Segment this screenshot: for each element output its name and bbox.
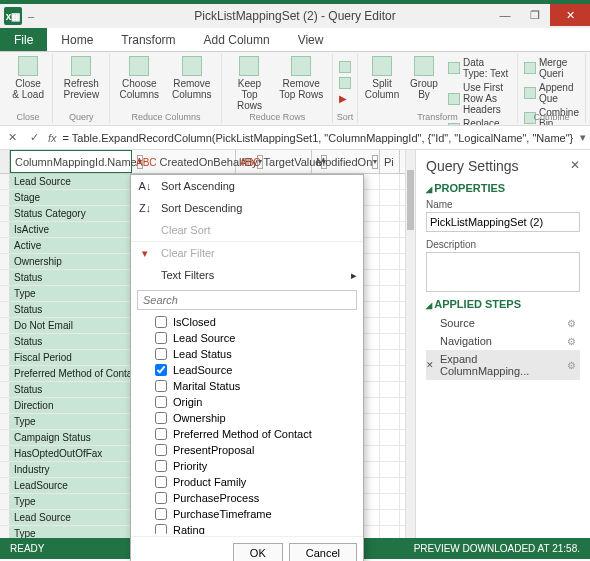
choose-columns-button[interactable]: Choose Columns [114,54,164,102]
formula-input[interactable] [63,132,574,144]
sort-desc-item[interactable]: Z↓Sort Descending [131,197,363,219]
name-input[interactable] [426,212,580,232]
filter-checkbox-item[interactable]: Ownership [137,410,357,426]
formula-cancel-icon[interactable]: ✕ [4,131,20,144]
firstrow-button[interactable]: Use First Row As Headers [446,81,513,116]
checkbox-input[interactable] [155,508,167,520]
tab-home[interactable]: Home [47,28,107,51]
applied-step[interactable]: Navigation⚙ [426,332,580,350]
applied-step[interactable]: Source⚙ [426,314,580,332]
formula-dropdown-icon[interactable]: ▾ [580,131,586,144]
cell: Stage [10,190,132,205]
col-header-3[interactable]: ABCTargetValue▾ [236,150,312,173]
filter-checkbox-item[interactable]: PurchaseProcess [137,490,357,506]
cell: Type [10,286,132,301]
tab-add-column[interactable]: Add Column [190,28,284,51]
gear-icon[interactable]: ⚙ [567,336,576,347]
cell: Direction [10,398,132,413]
cell: Ownership [10,254,132,269]
filter-checkbox-item[interactable]: Lead Source [137,330,357,346]
merge-button[interactable]: Merge Queri [522,56,581,80]
filter-checkbox-item[interactable]: Rating [137,522,357,534]
filter-checkbox-item[interactable]: Product Family [137,474,357,490]
cell: Status [10,334,132,349]
settings-title: Query Settings [426,158,519,174]
tab-view[interactable]: View [284,28,338,51]
desc-input[interactable] [426,252,580,292]
checkbox-input[interactable] [155,428,167,440]
append-button[interactable]: Append Que [522,81,581,105]
cell: Do Not Email [10,318,132,333]
cell: Preferred Method of Contact [10,366,132,381]
col-header-1[interactable]: ColumnMappingId.Name▾ [10,150,132,173]
checkbox-input[interactable] [155,332,167,344]
sort-asc-item[interactable]: A↓Sort Ascending [131,175,363,197]
sort-more-button[interactable]: ▶ [337,92,353,105]
minimize-button[interactable]: — [490,4,520,26]
checkbox-input[interactable] [155,444,167,456]
maximize-button[interactable]: ❐ [520,4,550,26]
applied-step[interactable]: Expand ColumnMapping...⚙ [426,350,580,380]
filter-checkbox-item[interactable]: Origin [137,394,357,410]
filter-checkbox-item[interactable]: PurchaseTimeframe [137,506,357,522]
cell: HasOptedOutOfFax [10,446,132,461]
checkbox-input[interactable] [155,412,167,424]
sort-asc-button[interactable] [337,60,353,74]
cell: Active [10,238,132,253]
filter-checkbox-item[interactable]: Lead Status [137,346,357,362]
close-button[interactable]: ✕ [550,4,590,26]
checkbox-input[interactable] [155,364,167,376]
close-load-button[interactable]: Close & Load [8,54,48,102]
filter-checkbox-item[interactable]: LeadSource [137,362,357,378]
tab-file[interactable]: File [0,28,47,51]
text-filters-item[interactable]: Text Filters▸ [131,264,363,286]
cell: Type [10,414,132,429]
formula-check-icon[interactable]: ✓ [26,131,42,144]
cell: IsActive [10,222,132,237]
filter-checkbox-item[interactable]: Preferred Method of Contact [137,426,357,442]
ok-button[interactable]: OK [233,543,283,561]
checkbox-input[interactable] [155,476,167,488]
checkbox-input[interactable] [155,460,167,472]
filter-checkbox-item[interactable]: Marital Status [137,378,357,394]
col-header-5[interactable]: Pi [380,150,400,173]
applied-steps-header[interactable]: APPLIED STEPS [426,298,580,310]
properties-header[interactable]: PROPERTIES [426,182,580,194]
filter-search-input[interactable] [137,290,357,310]
app-icon: x▦ [4,7,22,25]
checkbox-input[interactable] [155,492,167,504]
filter-checkbox-item[interactable]: Priority [137,458,357,474]
checkbox-input[interactable] [155,316,167,328]
col-header-2[interactable]: ABCCreatedOnBehalfBy▾ [132,150,236,173]
checkbox-input[interactable] [155,348,167,360]
sort-desc-button[interactable] [337,76,353,90]
filter-menu: A↓Sort Ascending Z↓Sort Descending Clear… [130,174,364,561]
refresh-button[interactable]: Refresh Preview [57,54,105,102]
clear-filter-item: ▾Clear Filter [131,242,363,264]
checkbox-input[interactable] [155,524,167,534]
filter-checkbox-item[interactable]: IsClosed [137,314,357,330]
remove-columns-button[interactable]: Remove Columns [166,54,217,102]
col-header-4[interactable]: ModifiedOn▾ [312,150,380,173]
qat-dash: – [28,10,34,22]
datatype-button[interactable]: Data Type: Text [446,56,513,80]
grid-scrollbar[interactable] [405,150,415,538]
tab-transform[interactable]: Transform [107,28,189,51]
cell: Type [10,494,132,509]
gear-icon[interactable]: ⚙ [567,318,576,329]
remove-rows-button[interactable]: Remove Top Rows [274,54,328,113]
titlebar: x▦ – PickListMappingSet (2) - Query Edit… [0,0,590,28]
ribbon: Close & Load Close Refresh Preview Query… [0,52,590,126]
keep-rows-button[interactable]: Keep Top Rows [226,54,272,113]
status-ready: READY [10,543,44,554]
settings-close-icon[interactable]: ✕ [570,158,580,174]
checkbox-input[interactable] [155,396,167,408]
cell: Lead Source [10,510,132,525]
filter-checkbox-item[interactable]: PresentProposal [137,442,357,458]
checkbox-input[interactable] [155,380,167,392]
gear-icon[interactable]: ⚙ [567,360,576,371]
cell: Status [10,302,132,317]
name-label: Name [426,199,453,210]
cancel-button[interactable]: Cancel [289,543,357,561]
fx-icon: fx [48,132,57,144]
